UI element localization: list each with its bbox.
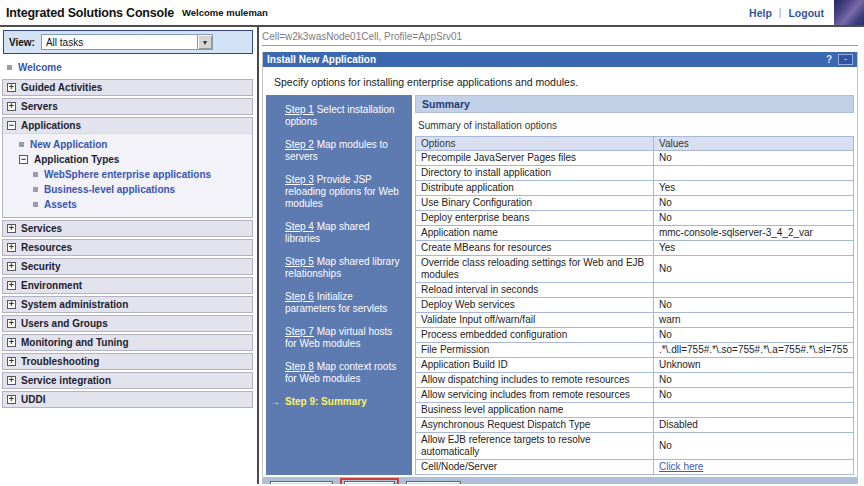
value-cell: mmc-console-sqlserver-3_4_2_var	[653, 226, 853, 241]
view-selector: View: All tasks ▼	[3, 30, 253, 54]
table-row: Cell/Node/ServerClick here	[416, 460, 854, 475]
minus-icon[interactable]: −	[7, 121, 16, 130]
sidebar-category-users-and-groups[interactable]: +Users and Groups	[2, 315, 253, 332]
option-cell: Application Build ID	[416, 358, 654, 373]
wizard-step-8[interactable]: Step 8 Map context roots for Web modules	[285, 361, 404, 385]
value-cell: No	[653, 211, 853, 226]
wizard-step-2[interactable]: Step 2 Map modules to servers	[285, 139, 404, 163]
option-cell: Allow servicing includes from remote res…	[416, 388, 654, 403]
step-link[interactable]: Step 2	[285, 139, 314, 150]
category-label: Service integration	[21, 375, 111, 386]
header-separator: |	[779, 7, 782, 18]
option-cell: Cell/Node/Server	[416, 460, 654, 475]
plus-icon[interactable]: +	[7, 357, 16, 366]
value-cell: No	[653, 433, 853, 460]
plus-icon[interactable]: +	[7, 319, 16, 328]
step-link[interactable]: Step 5	[285, 256, 314, 267]
value-cell: No	[653, 256, 853, 283]
plus-icon[interactable]: +	[7, 102, 16, 111]
sidebar-category-applications[interactable]: −Applications	[3, 118, 252, 134]
value-cell: No	[653, 373, 853, 388]
table-row: Asynchronous Request Dispatch TypeDisabl…	[416, 418, 854, 433]
sidebar-category-resources[interactable]: +Resources	[2, 239, 253, 256]
table-row: Use Binary ConfigurationNo	[416, 196, 854, 211]
wizard-step-1[interactable]: Step 1 Select installation options	[285, 104, 404, 128]
cell-node-server-link[interactable]: Click here	[659, 461, 703, 472]
plus-icon[interactable]: +	[7, 281, 16, 290]
sidebar-category-guided-activities[interactable]: +Guided Activities	[2, 79, 253, 96]
bullet-icon	[33, 202, 38, 207]
category-label: UDDI	[21, 394, 45, 405]
panel-minimize-icon[interactable]: -	[838, 54, 853, 65]
value-cell: No	[653, 328, 853, 343]
summary-table-header-row: Options Values	[416, 137, 854, 151]
plus-icon[interactable]: +	[7, 83, 16, 92]
plus-icon[interactable]: +	[7, 376, 16, 385]
panel-titlebar: Install New Application ? -	[263, 52, 857, 67]
sidebar-link[interactable]: Assets	[44, 199, 77, 210]
value-cell	[653, 166, 853, 181]
finish-button[interactable]: Finish	[344, 481, 395, 484]
bullet-icon	[19, 142, 24, 147]
sidebar-item-new-application[interactable]: New Application	[5, 137, 250, 152]
sidebar-item-welcome[interactable]: Welcome	[0, 58, 257, 77]
sidebar-category-monitoring-and-tuning[interactable]: +Monitoring and Tuning	[2, 334, 253, 351]
sidebar-item-assets[interactable]: Assets	[5, 197, 250, 212]
logout-link[interactable]: Logout	[788, 7, 824, 19]
category-label: Monitoring and Tuning	[21, 337, 129, 348]
panel-title: Install New Application	[267, 54, 826, 65]
step-link[interactable]: Step 8	[285, 361, 314, 372]
step-link[interactable]: Step 7	[285, 326, 314, 337]
sidebar-category-uddi[interactable]: +UDDI	[2, 391, 253, 408]
step-link[interactable]: Step 1	[285, 104, 314, 115]
sidebar-category-servers[interactable]: +Servers	[2, 98, 253, 115]
sidebar-category-service-integration[interactable]: +Service integration	[2, 372, 253, 389]
sidebar-link[interactable]: WebSphere enterprise applications	[44, 169, 211, 180]
sidebar-subcategory-application-types[interactable]: −Application Types	[5, 152, 250, 167]
top-banner: Integrated Solutions Console Welcome mul…	[0, 0, 864, 27]
previous-button[interactable]: Previous	[270, 481, 333, 484]
wizard-intro-text: Specify options for installing enterpris…	[274, 76, 851, 88]
wizard-step-3[interactable]: Step 3 Provide JSP reloading options for…	[285, 174, 404, 210]
panel-help-icon[interactable]: ?	[826, 54, 832, 65]
wizard-step-5[interactable]: Step 5 Map shared library relationships	[285, 256, 404, 280]
step-link[interactable]: Step 3	[285, 174, 314, 185]
table-row: File Permission.*\.dll=755#.*\.so=755#.*…	[416, 343, 854, 358]
sidebar-item-business-level-applications[interactable]: Business-level applications	[5, 182, 250, 197]
sidebar-link[interactable]: New Application	[30, 139, 107, 150]
plus-icon[interactable]: +	[7, 300, 16, 309]
sidebar-category-system-administration[interactable]: +System administration	[2, 296, 253, 313]
cancel-button[interactable]: Cancel	[406, 481, 461, 484]
table-row: Business level application name	[416, 403, 854, 418]
wizard-step-6[interactable]: Step 6 Initialize parameters for servlet…	[285, 291, 404, 315]
sidebar-category-environment[interactable]: +Environment	[2, 277, 253, 294]
wizard-step-9: →Step 9: Summary	[285, 396, 404, 408]
table-row: Deploy Web servicesNo	[416, 298, 854, 313]
main-area: Cell=w2k3wasNode01Cell, Profile=AppSrv01…	[259, 27, 864, 484]
plus-icon[interactable]: +	[7, 243, 16, 252]
plus-icon[interactable]: +	[7, 262, 16, 271]
finish-highlight-annotation: Finish	[340, 478, 399, 484]
plus-icon[interactable]: +	[7, 224, 16, 233]
current-step-arrow-icon: →	[270, 396, 280, 408]
minus-icon[interactable]: −	[19, 155, 28, 164]
sidebar-category-troubleshooting[interactable]: +Troubleshooting	[2, 353, 253, 370]
sidebar-item-websphere-enterprise-applications[interactable]: WebSphere enterprise applications	[5, 167, 250, 182]
value-cell: .*\.dll=755#.*\.so=755#.*\.a=755#.*\.sl=…	[653, 343, 853, 358]
sidebar-category-security[interactable]: +Security	[2, 258, 253, 275]
wizard-step-7[interactable]: Step 7 Map virtual hosts for Web modules	[285, 326, 404, 350]
table-row: Override class reloading settings for We…	[416, 256, 854, 283]
sidebar-link[interactable]: Welcome	[18, 62, 62, 73]
plus-icon[interactable]: +	[7, 395, 16, 404]
sidebar-nav: Welcome+Guided Activities+Servers−Applic…	[0, 57, 257, 411]
sidebar-category-services[interactable]: +Services	[2, 220, 253, 237]
plus-icon[interactable]: +	[7, 338, 16, 347]
value-cell	[653, 403, 853, 418]
wizard-step-4[interactable]: Step 4 Map shared libraries	[285, 221, 404, 245]
sidebar-link[interactable]: Business-level applications	[44, 184, 175, 195]
step-link[interactable]: Step 4	[285, 221, 314, 232]
help-link[interactable]: Help	[749, 7, 772, 19]
chevron-down-icon[interactable]: ▼	[197, 35, 212, 49]
view-dropdown[interactable]: All tasks ▼	[41, 34, 213, 50]
step-link[interactable]: Step 6	[285, 291, 314, 302]
